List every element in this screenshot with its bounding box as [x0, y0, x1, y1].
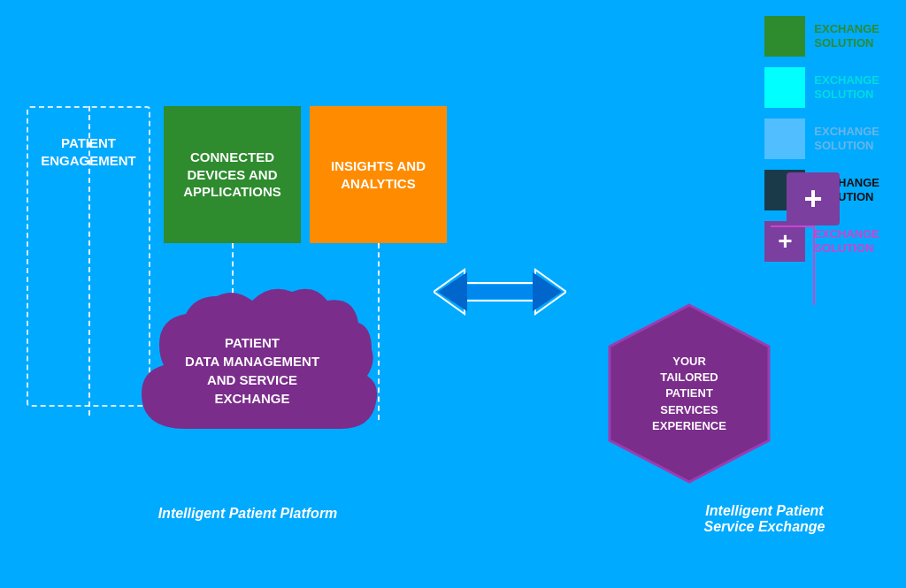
legend-item-green: EXCHANGESOLUTION — [764, 16, 879, 57]
main-diagram: PATIENT ENGAGEMENT CONNECTEDDEVICES ANDA… — [27, 106, 504, 531]
plus-symbol: + — [803, 180, 822, 218]
insights-analytics-label: INSIGHTS ANDANALYTICS — [331, 157, 426, 192]
legend-color-green — [764, 16, 805, 57]
hexagon-shape: YOURTAILOREDPATIENTSERVICESEXPERIENCE — [605, 301, 773, 486]
double-arrow-icon — [434, 261, 566, 323]
insights-analytics-box: INSIGHTS ANDANALYTICS — [310, 106, 447, 243]
connected-devices-label: CONNECTEDDEVICES ANDAPPLICATIONS — [183, 149, 281, 201]
connected-devices-box: CONNECTEDDEVICES ANDAPPLICATIONS — [164, 106, 301, 243]
service-label-text: Intelligent PatientService Exchange — [704, 503, 825, 534]
dashed-line-left — [88, 106, 90, 416]
connect-line-vertical — [813, 225, 815, 305]
platform-label: Intelligent Patient Platform — [27, 506, 469, 522]
right-side-panel: + YOURTAILOREDPATIENTSERVICESEXPERIENCE … — [587, 106, 888, 539]
legend-item-cyan: EXCHANGESOLUTION — [764, 67, 879, 108]
legend-color-cyan — [764, 67, 805, 108]
svg-marker-4 — [610, 305, 769, 482]
connect-line-horizontal — [771, 225, 815, 227]
service-exchange-label: Intelligent PatientService Exchange — [658, 503, 871, 535]
plus-connector-box: + — [787, 172, 840, 225]
legend-label-green: EXCHANGESOLUTION — [814, 22, 879, 50]
legend-label-cyan: EXCHANGESOLUTION — [814, 73, 879, 101]
cloud-shape: PATIENTDATA MANAGEMENTAND SERVICEEXCHANG… — [115, 279, 389, 455]
